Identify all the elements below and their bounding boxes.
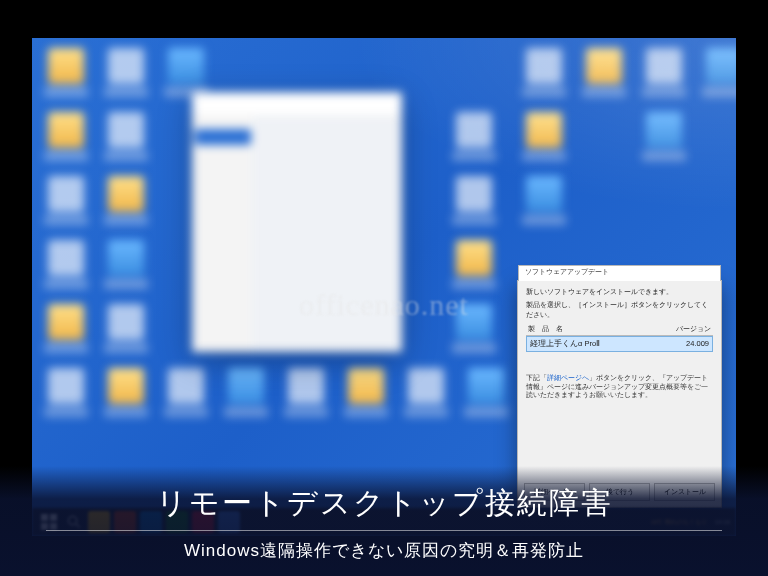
photo-frame: ソフトウェアアップデート 新しいソフトウェアをインストールできます。 製品を選択…: [0, 0, 768, 576]
desktop-icon[interactable]: [522, 48, 566, 98]
desktop-icon[interactable]: [702, 48, 736, 98]
desktop-icon[interactable]: [44, 112, 88, 162]
overlay-title: リモートデスクトップ接続障害: [156, 483, 613, 524]
desktop-icon[interactable]: [164, 368, 208, 418]
overlay-divider: [46, 530, 722, 531]
desktop-icon[interactable]: [224, 368, 268, 418]
table-row[interactable]: 経理上手くんα ProⅡ 24.009: [526, 336, 713, 352]
desktop-area: ソフトウェアアップデート 新しいソフトウェアをインストールできます。 製品を選択…: [32, 38, 736, 536]
desktop-icon[interactable]: [44, 48, 88, 98]
desktop-icon[interactable]: [284, 368, 328, 418]
desktop-icon[interactable]: [104, 176, 148, 226]
desktop-icon[interactable]: [582, 48, 626, 98]
desktop-icon[interactable]: [104, 368, 148, 418]
desktop-icon[interactable]: [104, 304, 148, 354]
dialog-text-2: 製品を選択し、［インストール］ボタンをクリックしてください。: [526, 300, 713, 319]
desktop-icon[interactable]: [104, 112, 148, 162]
window-titlebar[interactable]: [193, 93, 401, 117]
desktop-icon[interactable]: [452, 304, 496, 354]
desktop-icon[interactable]: [642, 112, 686, 162]
dialog-titlebar[interactable]: ソフトウェアアップデート: [518, 265, 721, 281]
desktop-icon[interactable]: [44, 176, 88, 226]
desktop-icon[interactable]: [104, 48, 148, 98]
desktop-icon[interactable]: [452, 112, 496, 162]
selected-item[interactable]: [195, 129, 251, 145]
desktop-icon[interactable]: [44, 240, 88, 290]
product-name: 経理上手くんα ProⅡ: [530, 339, 600, 349]
caption-overlay: リモートデスクトップ接続障害 Windows遠隔操作できない原因の究明＆再発防止: [0, 466, 768, 576]
col-version: バージョン: [676, 324, 711, 333]
desktop-icon[interactable]: [452, 176, 496, 226]
desktop-icon[interactable]: [104, 240, 148, 290]
col-product-name: 製 品 名: [528, 324, 563, 333]
desktop-icon[interactable]: [164, 48, 208, 98]
desktop-icon[interactable]: [44, 304, 88, 354]
desktop-icon[interactable]: [452, 240, 496, 290]
table-header: 製 品 名 バージョン: [526, 323, 713, 335]
dialog-text-1: 新しいソフトウェアをインストールできます。: [526, 287, 713, 296]
desktop-icon[interactable]: [522, 176, 566, 226]
desktop-icon[interactable]: [44, 368, 88, 418]
desktop-icon[interactable]: [642, 48, 686, 98]
windows-desktop-screen: ソフトウェアアップデート 新しいソフトウェアをインストールできます。 製品を選択…: [32, 38, 736, 536]
product-version: 24.009: [686, 339, 709, 349]
desktop-icon[interactable]: [522, 112, 566, 162]
explorer-window[interactable]: [192, 92, 402, 352]
desktop-icon[interactable]: [404, 368, 448, 418]
desktop-icon[interactable]: [344, 368, 388, 418]
overlay-subtitle: Windows遠隔操作できない原因の究明＆再発防止: [184, 539, 584, 562]
dialog-note: 下記「詳細ページへ」ボタンをクリック、『アップデート情報』ページに進みバージョン…: [526, 374, 713, 400]
desktop-icon[interactable]: [464, 368, 508, 418]
window-sidebar[interactable]: [193, 117, 253, 351]
detail-link[interactable]: 詳細ページへ: [547, 374, 589, 381]
